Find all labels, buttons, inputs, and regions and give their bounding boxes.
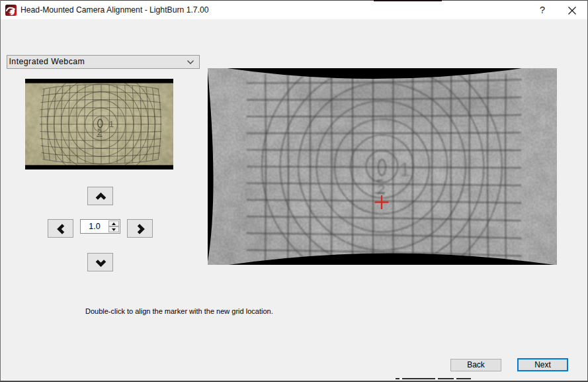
- svg-text:1: 1: [399, 158, 411, 180]
- svg-text:1: 1: [109, 119, 114, 129]
- svg-text:2: 2: [97, 128, 101, 136]
- svg-text:2: 2: [377, 181, 385, 197]
